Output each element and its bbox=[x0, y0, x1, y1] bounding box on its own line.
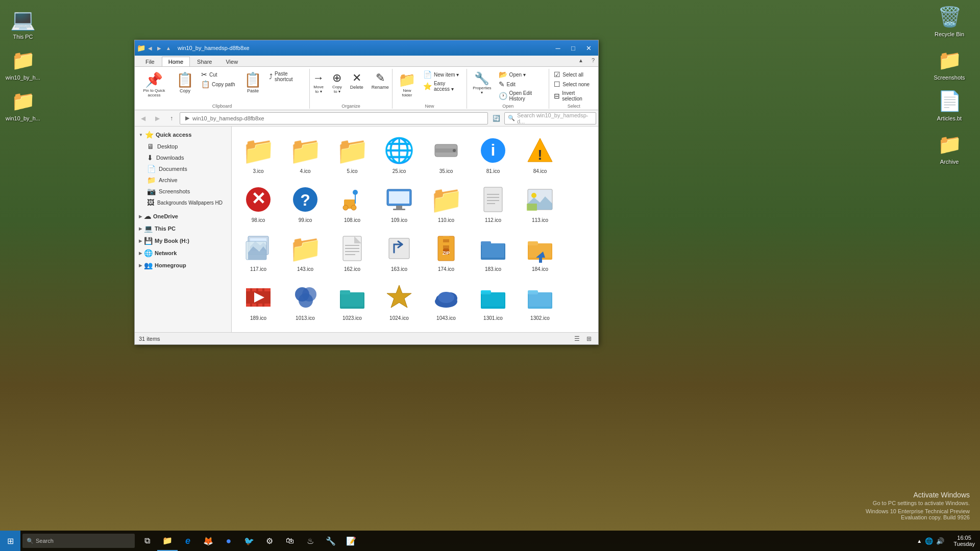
file-item[interactable]: 🌐25.ico bbox=[377, 131, 422, 178]
maximize-button[interactable]: □ bbox=[566, 40, 581, 56]
file-item[interactable]: ZIP174.ico bbox=[424, 229, 469, 276]
chrome-button[interactable]: ● bbox=[218, 531, 239, 551]
settings-button[interactable]: ⚙ bbox=[259, 531, 280, 551]
nav-item-screenshots[interactable]: 📷 Screenshots bbox=[135, 186, 231, 197]
desktop-icon-articles[interactable]: 📄 Articles.bt bbox=[929, 87, 970, 123]
task-view-button[interactable]: ⧉ bbox=[137, 531, 157, 551]
file-item[interactable]: 35.ico bbox=[424, 131, 469, 178]
file-item[interactable]: 5100.ico bbox=[283, 327, 328, 332]
select-none-button[interactable]: ☐ Select none bbox=[551, 80, 596, 89]
properties-button[interactable]: 🔧 Properties▾ bbox=[469, 69, 495, 97]
file-item[interactable]: 📁5.ico bbox=[330, 131, 375, 178]
file-item[interactable]: 163.ico bbox=[377, 229, 422, 276]
desktop-icon-archive[interactable]: 📁 Archive bbox=[929, 130, 970, 167]
notepad-button[interactable]: 📝 bbox=[341, 531, 361, 551]
copy-to-button[interactable]: ⊕ Copyto ▾ bbox=[329, 69, 346, 96]
twitter-button[interactable]: 🐦 bbox=[239, 531, 259, 551]
start-button[interactable]: ⊞ bbox=[0, 531, 20, 551]
file-item[interactable]: 108.ico bbox=[330, 180, 375, 227]
delete-button[interactable]: ✕ Delete bbox=[347, 69, 367, 96]
nav-item-backgrounds[interactable]: 🖼 Backgrounds Wallpapers HD bbox=[135, 197, 231, 208]
nav-item-downloads[interactable]: ⬇ Downloads 📌 bbox=[135, 152, 231, 163]
file-item[interactable]: 1024.ico bbox=[377, 278, 422, 324]
edge-button[interactable]: e bbox=[178, 531, 198, 551]
tab-file[interactable]: File bbox=[139, 57, 161, 66]
file-item[interactable]: 📁110.ico bbox=[424, 180, 469, 227]
search-bar[interactable]: 🔍 Search bbox=[22, 534, 135, 548]
file-item[interactable]: 5101.ico bbox=[330, 327, 375, 332]
paste-button[interactable]: 📋 Paste bbox=[240, 69, 265, 96]
file-item[interactable]: ✕98.ico bbox=[236, 180, 281, 227]
network-header[interactable]: ▶ 🌐 Network bbox=[135, 247, 231, 259]
move-to-button[interactable]: → Moveto ▾ bbox=[309, 69, 328, 96]
ribbon-collapse-button[interactable]: ▲ bbox=[576, 55, 586, 65]
tab-home[interactable]: Home bbox=[162, 57, 190, 66]
refresh-button[interactable]: 🔄 bbox=[490, 112, 502, 124]
paste-shortcut-button[interactable]: ⤴ Paste shortcut bbox=[266, 70, 307, 83]
file-item[interactable]: 1301.ico bbox=[471, 278, 516, 324]
tray-arrow[interactable]: ▲ bbox=[917, 538, 922, 544]
file-item[interactable]: 184.ico bbox=[518, 229, 562, 276]
file-item[interactable]: 189.ico bbox=[236, 278, 281, 324]
copy-button[interactable]: 📋 Copy bbox=[173, 69, 198, 96]
file-item[interactable]: 1303.ico bbox=[236, 327, 281, 332]
rename-button[interactable]: ✎ Rename bbox=[368, 69, 393, 96]
nav-item-archive[interactable]: 📁 Archive bbox=[135, 174, 231, 186]
nav-item-desktop[interactable]: 🖥 Desktop 📌 bbox=[135, 141, 231, 152]
search-box[interactable]: 🔍 Search win10_by_hamedsp-d... bbox=[504, 112, 596, 124]
invert-selection-button[interactable]: ⊟ Invert selection bbox=[551, 89, 596, 103]
file-item[interactable]: 📁4.ico bbox=[283, 131, 328, 178]
tab-view[interactable]: View bbox=[219, 57, 244, 66]
desktop-icon-recycle-bin[interactable]: 🗑️ Recycle Bin bbox=[929, 3, 970, 39]
desktop-icon-screenshots[interactable]: 📁 Screenshots bbox=[929, 46, 970, 83]
file-item[interactable]: 1302.ico bbox=[518, 278, 562, 324]
desktop-icon-win10-2[interactable]: 📁 win10_by_h... bbox=[3, 87, 43, 123]
list-view-button[interactable]: ☰ bbox=[572, 334, 582, 344]
quick-access-header[interactable]: ▼ ⭐ Quick access bbox=[135, 129, 231, 141]
onedrive-header[interactable]: ▶ ☁ OneDrive bbox=[135, 210, 231, 222]
thispc-header[interactable]: ▶ 💻 This PC bbox=[135, 222, 231, 235]
file-item[interactable]: 117.ico bbox=[236, 229, 281, 276]
file-item[interactable]: 113.ico bbox=[518, 180, 562, 227]
large-icon-view-button[interactable]: ⊞ bbox=[584, 334, 594, 344]
tools-button[interactable]: 🔧 bbox=[321, 531, 341, 551]
homegroup-header[interactable]: ▶ 👥 Homegroup bbox=[135, 259, 231, 271]
tab-share[interactable]: Share bbox=[190, 57, 218, 66]
steam-button[interactable]: ♨ bbox=[300, 531, 321, 551]
file-item[interactable]: !84.ico bbox=[518, 131, 562, 178]
file-item[interactable]: 109.ico bbox=[377, 180, 422, 227]
nav-item-documents[interactable]: 📄 Documents bbox=[135, 163, 231, 174]
easy-access-button[interactable]: ⭐ Easy access ▾ bbox=[421, 80, 464, 93]
store-button[interactable]: 🛍 bbox=[280, 531, 300, 551]
desktop-icon-this-pc[interactable]: 💻 This PC bbox=[3, 5, 43, 42]
back-button[interactable]: ◀ bbox=[137, 112, 149, 124]
new-item-button[interactable]: 📄 New item ▾ bbox=[421, 70, 464, 79]
open-button[interactable]: 📂 Open ▾ bbox=[496, 70, 547, 79]
file-item[interactable]: 162.ico bbox=[330, 229, 375, 276]
up-button[interactable]: ↑ bbox=[165, 112, 178, 124]
firefox-button[interactable]: 🦊 bbox=[198, 531, 218, 551]
explorer-taskbar-button[interactable]: 📁 bbox=[157, 531, 178, 551]
file-item[interactable]: ?99.ico bbox=[283, 180, 328, 227]
minimize-button[interactable]: ─ bbox=[550, 40, 566, 56]
select-all-button[interactable]: ☑ Select all bbox=[551, 70, 596, 79]
file-item[interactable]: 1043.ico bbox=[424, 278, 469, 324]
file-item[interactable]: 112.ico bbox=[471, 180, 516, 227]
copy-path-button[interactable]: 📋 Copy path bbox=[199, 80, 239, 89]
clock[interactable]: 16:05 Tuesday bbox=[948, 531, 980, 551]
file-item[interactable]: 📁143.ico bbox=[283, 229, 328, 276]
file-item[interactable]: 1013.ico bbox=[283, 278, 328, 324]
file-item[interactable]: 📁3.ico bbox=[236, 131, 281, 178]
cut-button[interactable]: ✂ Cut bbox=[199, 70, 239, 79]
mybook-header[interactable]: ▶ 💾 My Book (H:) bbox=[135, 235, 231, 247]
history-button[interactable]: 🕐 Open Edit History bbox=[496, 89, 547, 103]
file-item[interactable]: 1023.ico bbox=[330, 278, 375, 324]
help-button[interactable]: ? bbox=[588, 55, 598, 65]
file-item[interactable]: i81.ico bbox=[471, 131, 516, 178]
file-item[interactable]: 183.ico bbox=[471, 229, 516, 276]
close-button[interactable]: ✕ bbox=[581, 40, 596, 56]
desktop-icon-win10-1[interactable]: 📁 win10_by_h... bbox=[3, 46, 43, 83]
pin-button[interactable]: 📌 Pin to Quick access bbox=[137, 69, 172, 100]
edit-button[interactable]: ✎ Edit bbox=[496, 80, 547, 89]
forward-button[interactable]: ▶ bbox=[151, 112, 163, 124]
